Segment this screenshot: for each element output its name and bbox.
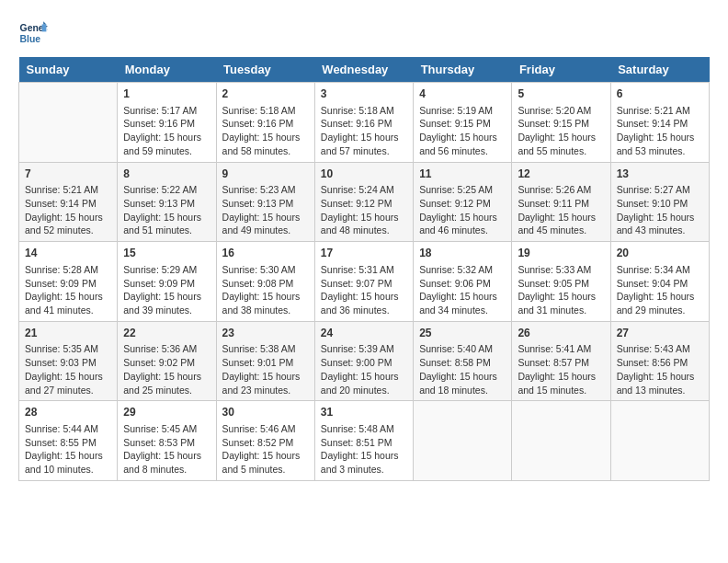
sunrise-text: Sunrise: 5:23 AM xyxy=(222,183,309,197)
sunset-text: Sunset: 9:06 PM xyxy=(419,277,506,291)
daylight-text: Daylight: 15 hours and 49 minutes. xyxy=(222,211,309,237)
calendar-cell xyxy=(610,401,709,481)
day-number: 26 xyxy=(518,326,604,341)
daylight-text: Daylight: 15 hours and 53 minutes. xyxy=(617,131,703,157)
sunset-text: Sunset: 9:10 PM xyxy=(617,197,703,211)
calendar-cell: 26Sunrise: 5:41 AMSunset: 8:57 PMDayligh… xyxy=(512,321,610,401)
daylight-text: Daylight: 15 hours and 5 minutes. xyxy=(222,449,309,476)
sunset-text: Sunset: 9:16 PM xyxy=(123,117,210,131)
day-number: 8 xyxy=(123,167,210,182)
sunrise-text: Sunrise: 5:18 AM xyxy=(321,104,407,118)
calendar-cell: 6Sunrise: 5:21 AMSunset: 9:14 PMDaylight… xyxy=(610,83,709,163)
sunset-text: Sunset: 9:00 PM xyxy=(321,356,407,370)
day-number: 4 xyxy=(419,86,506,102)
daylight-text: Daylight: 15 hours and 25 minutes. xyxy=(123,370,210,396)
calendar-cell: 15Sunrise: 5:29 AMSunset: 9:09 PMDayligh… xyxy=(118,242,216,322)
calendar-cell: 11Sunrise: 5:25 AMSunset: 9:12 PMDayligh… xyxy=(414,162,512,242)
sunrise-text: Sunrise: 5:36 AM xyxy=(123,342,210,356)
daylight-text: Daylight: 15 hours and 13 minutes. xyxy=(617,370,703,396)
calendar-cell: 14Sunrise: 5:28 AMSunset: 9:09 PMDayligh… xyxy=(19,242,118,322)
sunrise-text: Sunrise: 5:34 AM xyxy=(617,263,703,277)
calendar-cell: 25Sunrise: 5:40 AMSunset: 8:58 PMDayligh… xyxy=(414,321,512,401)
logo-icon: General Blue xyxy=(18,18,48,48)
day-number: 9 xyxy=(222,167,309,182)
daylight-text: Daylight: 15 hours and 29 minutes. xyxy=(617,290,703,316)
daylight-text: Daylight: 15 hours and 18 minutes. xyxy=(419,370,506,396)
sunset-text: Sunset: 9:09 PM xyxy=(25,277,111,291)
sunset-text: Sunset: 8:58 PM xyxy=(419,356,506,370)
daylight-text: Daylight: 15 hours and 23 minutes. xyxy=(222,370,309,396)
calendar-cell: 1Sunrise: 5:17 AMSunset: 9:16 PMDaylight… xyxy=(118,83,216,163)
sunrise-text: Sunrise: 5:48 AM xyxy=(321,422,407,436)
weekday-header-monday: Monday xyxy=(118,57,216,83)
daylight-text: Daylight: 15 hours and 20 minutes. xyxy=(321,370,407,396)
day-number: 28 xyxy=(25,405,111,420)
day-number: 31 xyxy=(321,405,407,420)
sunrise-text: Sunrise: 5:25 AM xyxy=(419,183,506,197)
day-number: 18 xyxy=(419,246,506,261)
calendar-cell: 29Sunrise: 5:45 AMSunset: 8:53 PMDayligh… xyxy=(118,401,216,481)
daylight-text: Daylight: 15 hours and 46 minutes. xyxy=(419,211,506,237)
weekday-header-thursday: Thursday xyxy=(414,57,512,83)
sunrise-text: Sunrise: 5:45 AM xyxy=(123,422,210,436)
sunrise-text: Sunrise: 5:35 AM xyxy=(25,342,111,356)
calendar-cell: 4Sunrise: 5:19 AMSunset: 9:15 PMDaylight… xyxy=(414,83,512,163)
calendar-cell: 30Sunrise: 5:46 AMSunset: 8:52 PMDayligh… xyxy=(216,401,314,481)
sunset-text: Sunset: 9:11 PM xyxy=(518,197,604,211)
sunrise-text: Sunrise: 5:26 AM xyxy=(518,183,604,197)
calendar-cell: 13Sunrise: 5:27 AMSunset: 9:10 PMDayligh… xyxy=(610,162,709,242)
day-number: 16 xyxy=(222,246,309,261)
calendar-cell xyxy=(19,83,118,163)
sunrise-text: Sunrise: 5:28 AM xyxy=(25,263,111,277)
sunrise-text: Sunrise: 5:31 AM xyxy=(321,263,407,277)
calendar-cell: 2Sunrise: 5:18 AMSunset: 9:16 PMDaylight… xyxy=(216,83,314,163)
day-number: 5 xyxy=(518,86,604,102)
calendar-cell: 8Sunrise: 5:22 AMSunset: 9:13 PMDaylight… xyxy=(118,162,216,242)
calendar-cell: 24Sunrise: 5:39 AMSunset: 9:00 PMDayligh… xyxy=(314,321,413,401)
logo: General Blue xyxy=(18,18,48,48)
sunset-text: Sunset: 9:13 PM xyxy=(222,197,309,211)
daylight-text: Daylight: 15 hours and 31 minutes. xyxy=(518,290,604,316)
sunrise-text: Sunrise: 5:24 AM xyxy=(321,183,407,197)
sunrise-text: Sunrise: 5:27 AM xyxy=(617,183,703,197)
weekday-header-wednesday: Wednesday xyxy=(314,57,413,83)
sunset-text: Sunset: 9:07 PM xyxy=(321,277,407,291)
daylight-text: Daylight: 15 hours and 51 minutes. xyxy=(123,211,210,237)
daylight-text: Daylight: 15 hours and 36 minutes. xyxy=(321,290,407,316)
sunset-text: Sunset: 9:14 PM xyxy=(25,197,111,211)
sunrise-text: Sunrise: 5:21 AM xyxy=(617,104,703,118)
day-number: 10 xyxy=(321,167,407,182)
calendar-cell: 31Sunrise: 5:48 AMSunset: 8:51 PMDayligh… xyxy=(314,401,413,481)
daylight-text: Daylight: 15 hours and 48 minutes. xyxy=(321,211,407,237)
day-number: 21 xyxy=(25,326,111,341)
daylight-text: Daylight: 15 hours and 43 minutes. xyxy=(617,211,703,237)
sunset-text: Sunset: 9:15 PM xyxy=(518,117,604,131)
day-number: 17 xyxy=(321,246,407,261)
calendar-cell: 23Sunrise: 5:38 AMSunset: 9:01 PMDayligh… xyxy=(216,321,314,401)
day-number: 30 xyxy=(222,405,309,420)
day-number: 6 xyxy=(617,86,703,102)
day-number: 20 xyxy=(617,246,703,261)
day-number: 22 xyxy=(123,326,210,341)
sunset-text: Sunset: 9:15 PM xyxy=(419,117,506,131)
calendar-cell: 9Sunrise: 5:23 AMSunset: 9:13 PMDaylight… xyxy=(216,162,314,242)
sunrise-text: Sunrise: 5:43 AM xyxy=(617,342,703,356)
day-number: 23 xyxy=(222,326,309,341)
calendar-week-row: 7Sunrise: 5:21 AMSunset: 9:14 PMDaylight… xyxy=(19,162,710,242)
daylight-text: Daylight: 15 hours and 15 minutes. xyxy=(518,370,604,396)
sunrise-text: Sunrise: 5:40 AM xyxy=(419,342,506,356)
daylight-text: Daylight: 15 hours and 52 minutes. xyxy=(25,211,111,237)
daylight-text: Daylight: 15 hours and 41 minutes. xyxy=(25,290,111,316)
sunrise-text: Sunrise: 5:44 AM xyxy=(25,422,111,436)
page-header: General Blue xyxy=(18,18,710,48)
daylight-text: Daylight: 15 hours and 10 minutes. xyxy=(25,449,111,476)
calendar-cell xyxy=(414,401,512,481)
calendar-cell: 28Sunrise: 5:44 AMSunset: 8:55 PMDayligh… xyxy=(19,401,118,481)
sunrise-text: Sunrise: 5:33 AM xyxy=(518,263,604,277)
sunrise-text: Sunrise: 5:41 AM xyxy=(518,342,604,356)
sunset-text: Sunset: 9:09 PM xyxy=(123,277,210,291)
sunset-text: Sunset: 9:03 PM xyxy=(25,356,111,370)
day-number: 15 xyxy=(123,246,210,261)
calendar-week-row: 14Sunrise: 5:28 AMSunset: 9:09 PMDayligh… xyxy=(19,242,710,322)
sunset-text: Sunset: 9:04 PM xyxy=(617,277,703,291)
